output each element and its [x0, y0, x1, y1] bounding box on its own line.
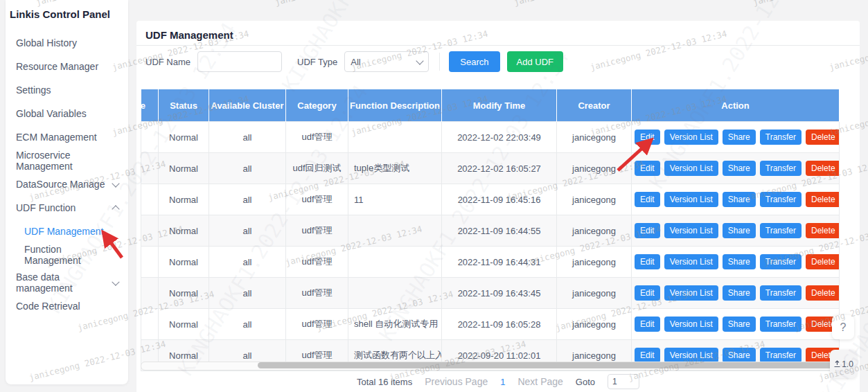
table-row: Normalalludf管理2022-11-09 16:44:31janiceg… [141, 247, 840, 278]
goto-page-input[interactable] [608, 374, 639, 389]
sidebar-item-microservice-management[interactable]: Microservice Management [6, 149, 128, 172]
transfer-button[interactable]: Transfer [760, 348, 801, 363]
udf-type-select[interactable]: All [344, 51, 429, 72]
share-button[interactable]: Share [723, 285, 756, 301]
edit-button[interactable]: Edit [635, 161, 660, 176]
share-button[interactable]: Share [723, 130, 756, 145]
help-button[interactable]: ? [832, 315, 854, 339]
chevron-down-icon [416, 57, 424, 64]
sidebar-item-datasource-manage[interactable]: DataSource Manage [6, 172, 128, 196]
version-list-button[interactable]: Version List [664, 285, 718, 301]
edit-button[interactable]: Edit [635, 192, 660, 207]
cell-description [348, 247, 442, 278]
cell-description: tuple类型测试 [348, 153, 442, 184]
transfer-button[interactable]: Transfer [760, 285, 801, 301]
version-list-button[interactable]: Version List [664, 130, 718, 145]
sidebar-item-code-retrieval[interactable]: Code Retrieval [6, 294, 128, 318]
cell-modify-time: 2022-11-09 16:43:45 [442, 278, 557, 309]
sidebar-item-global-history[interactable]: Global History [6, 31, 128, 55]
current-page-button[interactable]: 1 [500, 377, 505, 387]
table-row: Normalalludf管理shell 自动化测试专用，勿...2022-11-… [141, 309, 840, 340]
cell-creator: janicegong [557, 247, 632, 278]
transfer-button[interactable]: Transfer [760, 223, 801, 238]
cell-cluster: all [209, 215, 286, 247]
delete-button[interactable]: Delete [806, 130, 840, 145]
horizontal-scrollbar[interactable] [141, 362, 840, 371]
share-button[interactable]: Share [723, 223, 756, 238]
cell-clipped [141, 122, 159, 153]
sidebar-item-udf-management[interactable]: UDF Management [6, 220, 128, 243]
edit-button[interactable]: Edit [635, 254, 660, 269]
cell-clipped [141, 184, 159, 215]
sidebar-item-settings[interactable]: Settings [6, 78, 128, 102]
cell-cluster: all [209, 247, 286, 278]
column-header-function-description: Function Description [348, 89, 442, 122]
cell-action: EditVersion ListShareTransferDelete [632, 309, 840, 340]
edit-button[interactable]: Edit [635, 348, 660, 363]
add-udf-button[interactable]: Add UDF [507, 51, 563, 72]
cell-creator: janicegong [557, 215, 632, 247]
edit-button[interactable]: Edit [635, 317, 660, 332]
transfer-button[interactable]: Transfer [760, 161, 801, 176]
edit-button[interactable]: Edit [635, 285, 660, 301]
share-button[interactable]: Share [723, 348, 756, 363]
sidebar-item-label: UDF Function [16, 202, 76, 213]
cell-clipped [141, 153, 159, 184]
table-body: Normalalludf管理2022-12-02 22:03:49janiceg… [141, 122, 840, 371]
delete-button[interactable]: Delete [806, 161, 840, 176]
udf-management-panel: UDF Management UDF Name UDF Type All Sea… [136, 21, 860, 392]
transfer-button[interactable]: Transfer [760, 130, 801, 145]
udf-name-input[interactable] [197, 51, 282, 72]
edit-button[interactable]: Edit [635, 130, 660, 145]
sidebar-item-ecm-management[interactable]: ECM Management [6, 125, 128, 149]
version-list-button[interactable]: Version List [664, 317, 718, 332]
share-button[interactable]: Share [723, 254, 756, 269]
sidebar-menu: Global HistoryResource ManagerSettingsGl… [6, 31, 128, 318]
delete-button[interactable]: Delete [806, 223, 840, 238]
share-button[interactable]: Share [723, 161, 756, 176]
filter-divider [439, 53, 440, 71]
table-row: Normalalludf管理2022-12-02 22:03:49janiceg… [141, 122, 840, 153]
sidebar-item-base-data-management[interactable]: Base data management [6, 271, 128, 294]
upload-arrow-icon [833, 360, 841, 368]
sidebar-item-label: UDF Management [24, 226, 103, 237]
column-header-modify-time: Modify Time [442, 89, 557, 122]
cell-modify-time: 2022-11-09 16:45:16 [442, 184, 557, 215]
total-items-label: Total 16 items [357, 377, 412, 387]
edit-button[interactable]: Edit [635, 223, 660, 238]
share-button[interactable]: Share [723, 317, 756, 332]
udf-name-label: UDF Name [145, 57, 191, 67]
scrollbar-thumb[interactable] [258, 362, 838, 368]
column-header-available-cluster: Available Cluster [209, 89, 286, 122]
delete-button[interactable]: Delete [806, 254, 840, 269]
version-list-button[interactable]: Version List [664, 254, 718, 269]
sidebar-item-resource-manager[interactable]: Resource Manager [6, 55, 128, 78]
transfer-button[interactable]: Transfer [760, 254, 801, 269]
version-list-button[interactable]: Version List [664, 348, 718, 363]
version-list-button[interactable]: Version List [664, 192, 718, 207]
share-button[interactable]: Share [723, 192, 756, 207]
sidebar-item-label: Microservice Management [16, 150, 118, 172]
sidebar-item-label: Global Variables [16, 108, 87, 119]
version-list-button[interactable]: Version List [664, 161, 718, 176]
delete-button[interactable]: Delete [806, 285, 840, 301]
version-label: 1.0 [842, 359, 853, 369]
version-list-button[interactable]: Version List [664, 223, 718, 238]
cell-clipped [141, 278, 159, 309]
transfer-button[interactable]: Transfer [760, 317, 801, 332]
version-button[interactable]: 1.0 [830, 350, 857, 378]
previous-page-button[interactable]: Previous Page [425, 376, 488, 387]
cell-category: udf管理 [286, 247, 348, 278]
sidebar-item-udf-function[interactable]: UDF Function [6, 196, 128, 220]
search-button[interactable]: Search [449, 51, 499, 72]
filter-bar: UDF Name UDF Type All Search Add UDF [145, 49, 563, 74]
cell-status: Normal [159, 278, 209, 309]
delete-button[interactable]: Delete [806, 192, 840, 207]
sidebar-item-function-management[interactable]: Function Management [6, 243, 128, 267]
sidebar-item-global-variables[interactable]: Global Variables [6, 102, 128, 125]
table-row: Normalalludf管理2022-11-09 16:44:55janiceg… [141, 215, 840, 247]
cell-clipped [141, 247, 159, 278]
cell-category: udf管理 [286, 309, 348, 340]
transfer-button[interactable]: Transfer [760, 192, 801, 207]
next-page-button[interactable]: Next Page [517, 376, 563, 387]
